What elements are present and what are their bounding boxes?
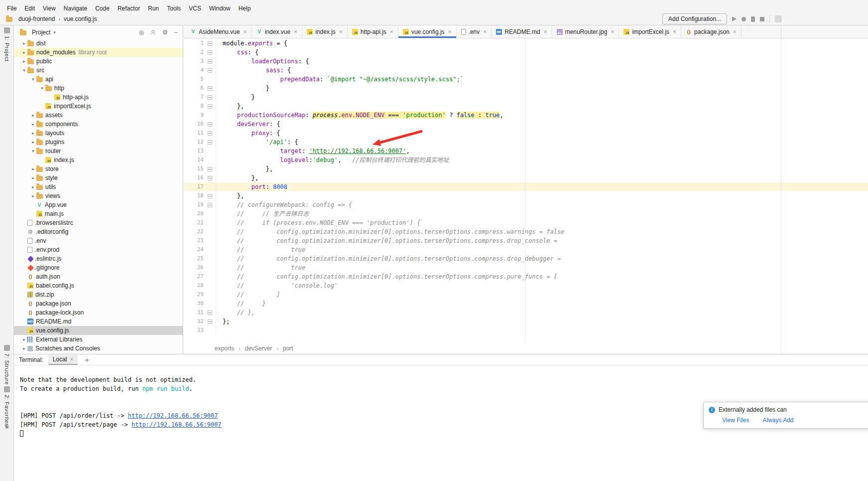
- code-line[interactable]: 23 // config.optimization.minimizer[0].o…: [184, 236, 868, 245]
- menu-item-tools[interactable]: Tools: [163, 4, 185, 12]
- project-view-selector[interactable]: Project: [32, 29, 50, 36]
- fold-marker[interactable]: [204, 122, 216, 127]
- menu-item-help[interactable]: Help: [235, 4, 255, 12]
- fold-marker[interactable]: [204, 320, 216, 324]
- code-line[interactable]: 20 // // 生产去除日志: [184, 209, 868, 218]
- code-line[interactable]: 24 // true: [184, 245, 868, 254]
- code-line[interactable]: 16 },: [184, 173, 868, 182]
- close-icon[interactable]: ×: [294, 28, 297, 35]
- project-tree-item[interactable]: importExcel.js: [14, 102, 183, 111]
- clipped-toolbar-icon[interactable]: [775, 15, 782, 22]
- close-icon[interactable]: ×: [339, 28, 343, 35]
- code-line[interactable]: 18 },: [184, 191, 868, 200]
- project-tree-item[interactable]: ▸store: [14, 164, 183, 173]
- menu-item-vcs[interactable]: VCS: [185, 4, 205, 12]
- new-terminal-button[interactable]: +: [83, 356, 91, 364]
- project-tree-item[interactable]: main.js: [14, 209, 183, 218]
- fold-marker[interactable]: [204, 59, 216, 64]
- coverage-icon[interactable]: [751, 16, 755, 22]
- fold-marker[interactable]: [204, 68, 216, 73]
- code-line[interactable]: 17 port: 8008: [184, 182, 868, 191]
- editor-tab[interactable]: index.js×: [302, 25, 348, 38]
- project-tree-item[interactable]: babel.config.js: [14, 281, 183, 290]
- menu-item-view[interactable]: View: [39, 4, 60, 12]
- chevron-right-icon[interactable]: ▸: [21, 50, 27, 55]
- project-tree-item[interactable]: ▸Scratches and Consoles: [14, 344, 183, 353]
- code-line[interactable]: 32};: [184, 317, 868, 326]
- code-line[interactable]: 33: [184, 326, 868, 335]
- fold-marker[interactable]: [204, 95, 216, 100]
- fold-marker[interactable]: [204, 41, 216, 46]
- project-tree-item[interactable]: ▾router: [14, 147, 183, 156]
- chevron-right-icon[interactable]: ▸: [21, 337, 27, 342]
- editor-tab[interactable]: AsideMenu.vue×: [186, 25, 252, 38]
- settings-gear-icon[interactable]: ⚙: [162, 29, 168, 36]
- chevron-down-icon[interactable]: ▾: [21, 68, 27, 73]
- project-tree-item[interactable]: ▸plugins: [14, 138, 183, 147]
- project-tree-item[interactable]: ▸assets: [14, 111, 183, 120]
- close-icon[interactable]: ×: [244, 28, 247, 35]
- breadcrumb-file[interactable]: vue.config.js: [64, 15, 97, 22]
- project-tree-item[interactable]: dist.zip: [14, 290, 183, 299]
- code-line[interactable]: 8 },: [184, 102, 868, 111]
- project-tree-item[interactable]: http-api.js: [14, 93, 183, 102]
- editor-tab[interactable]: .env×: [457, 25, 492, 38]
- chevron-right-icon[interactable]: ▸: [30, 113, 36, 118]
- code-line[interactable]: 2 css: {: [184, 48, 868, 57]
- code-line[interactable]: 21 // if (process.env.NODE_ENV === 'prod…: [184, 218, 868, 227]
- menu-item-edit[interactable]: Edit: [20, 4, 39, 12]
- project-tree-item[interactable]: README.md: [14, 317, 183, 326]
- close-icon[interactable]: ×: [448, 28, 452, 35]
- code-line[interactable]: 15 },: [184, 164, 868, 173]
- code-line[interactable]: 7 }: [184, 93, 868, 102]
- breadcrumb-project[interactable]: duoji-frontend: [18, 15, 55, 22]
- code-line[interactable]: 5 prependData: `@import "~@/assets/scss/…: [184, 75, 868, 84]
- star-icon[interactable]: ★: [4, 423, 10, 431]
- editor-tab[interactable]: index.vue×: [252, 25, 302, 38]
- locate-icon[interactable]: ◎: [139, 29, 144, 36]
- project-tree-item[interactable]: ▸layouts: [14, 129, 183, 138]
- close-icon[interactable]: ×: [733, 28, 737, 35]
- project-tree-item[interactable]: ▸utils: [14, 182, 183, 191]
- code-line[interactable]: 31 // },: [184, 308, 868, 317]
- fold-marker[interactable]: [204, 311, 216, 315]
- project-tree-item[interactable]: .editorconfig: [14, 227, 183, 236]
- breadcrumb-item[interactable]: exports: [215, 345, 234, 352]
- chevron-down-icon[interactable]: ▾: [30, 149, 36, 154]
- code-line[interactable]: 29 // ]: [184, 290, 868, 299]
- code-editor[interactable]: 1module.exports = {2 css: {3 loaderOptio…: [184, 39, 868, 335]
- chevron-right-icon[interactable]: ▸: [21, 41, 27, 46]
- editor-tab[interactable]: package.json×: [681, 25, 742, 38]
- chevron-right-icon[interactable]: ▸: [30, 131, 36, 136]
- code-line[interactable]: 11 proxy: {: [184, 129, 868, 138]
- fold-marker[interactable]: [204, 131, 216, 136]
- menu-item-refactor[interactable]: Refactor: [114, 4, 144, 12]
- fold-marker[interactable]: [204, 194, 216, 198]
- menu-item-run[interactable]: Run: [144, 4, 163, 12]
- menu-item-file[interactable]: File: [3, 4, 20, 12]
- project-tree-item[interactable]: ▸node_moduleslibrary root: [14, 48, 183, 57]
- code-line[interactable]: 13 target: 'http://192.168.66.56:9007',: [184, 147, 868, 156]
- fold-marker[interactable]: [204, 86, 216, 91]
- code-line[interactable]: 22 // config.optimization.minimizer[0].o…: [184, 227, 868, 236]
- close-icon[interactable]: ×: [673, 28, 676, 35]
- code-line[interactable]: 9 productionSourceMap: process.env.NODE_…: [184, 111, 868, 120]
- menu-item-navigate[interactable]: Navigate: [60, 4, 91, 12]
- project-tree-item[interactable]: auth.json: [14, 272, 183, 281]
- project-tree-item[interactable]: ▸public: [14, 57, 183, 66]
- code-line[interactable]: 27 // config.optimization.minimizer[0].o…: [184, 272, 868, 281]
- fold-marker[interactable]: [204, 140, 216, 145]
- code-line[interactable]: 26 // true: [184, 263, 868, 272]
- chevron-right-icon[interactable]: ▸: [30, 122, 36, 127]
- project-tree-item[interactable]: vue.config.js: [14, 326, 183, 335]
- chevron-right-icon[interactable]: ▸: [30, 175, 36, 180]
- fold-marker[interactable]: [204, 104, 216, 109]
- project-tree-item[interactable]: .eslintrc.js: [14, 254, 183, 263]
- close-icon[interactable]: ×: [544, 28, 547, 35]
- code-line[interactable]: 25 // config.optimization.minimizer[0].o…: [184, 254, 868, 263]
- chevron-down-icon[interactable]: ▾: [39, 86, 45, 91]
- editor-tab[interactable]: http-api.js×: [348, 25, 398, 38]
- fold-marker[interactable]: [204, 167, 216, 171]
- project-tree-item[interactable]: ▾src: [14, 66, 183, 75]
- close-icon[interactable]: ×: [70, 356, 73, 363]
